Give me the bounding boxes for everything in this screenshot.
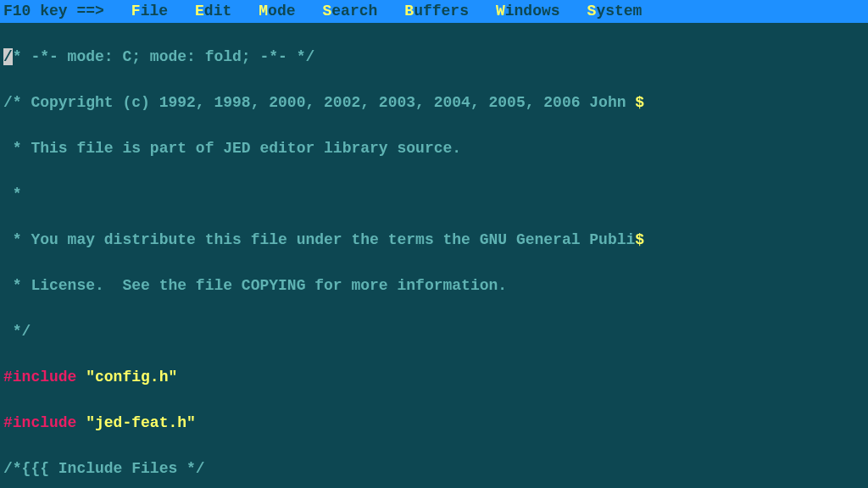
- code-line: * You may distribute this file under the…: [3, 229, 865, 252]
- menu-edit[interactable]: Edit: [195, 0, 231, 23]
- code-line: /* -*- mode: C; mode: fold; -*- */: [3, 46, 865, 69]
- truncate-marker: $: [635, 94, 644, 111]
- menubar: F10 key ==>FileEditModeSearchBuffersWind…: [0, 0, 868, 23]
- text-cursor: /: [3, 48, 13, 65]
- code-line: *: [3, 183, 865, 206]
- code-line: #include "config.h": [3, 366, 865, 389]
- menu-system[interactable]: System: [587, 0, 643, 23]
- code-line: * This file is part of JED editor librar…: [3, 137, 865, 160]
- menu-mode[interactable]: Mode: [259, 0, 295, 23]
- menu-windows[interactable]: Windows: [496, 0, 560, 23]
- code-line: #include "jed-feat.h": [3, 412, 865, 435]
- menu-file[interactable]: File: [131, 0, 168, 23]
- menu-search[interactable]: Search: [322, 0, 377, 23]
- f10-hint: F10 key ==>: [3, 0, 104, 23]
- code-line: * License. See the file COPYING for more…: [3, 274, 865, 297]
- code-line: /* Copyright (c) 1992, 1998, 2000, 2002,…: [3, 92, 865, 114]
- code-line: /*{{{ Include Files */: [3, 458, 865, 480]
- truncate-marker: $: [635, 231, 644, 248]
- editor-area[interactable]: /* -*- mode: C; mode: fold; -*- */ /* Co…: [0, 23, 868, 488]
- code-line: */: [3, 320, 865, 343]
- menu-buffers[interactable]: Buffers: [404, 0, 469, 23]
